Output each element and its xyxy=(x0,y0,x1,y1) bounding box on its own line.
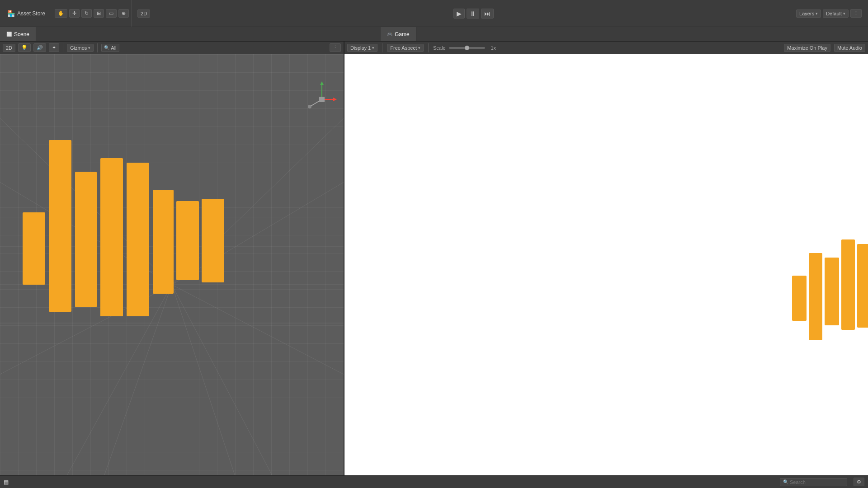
view-tools: 2D xyxy=(135,0,153,27)
all-filter: All xyxy=(111,45,116,51)
sep-game-2 xyxy=(428,43,429,52)
scene-gizmo[interactable] xyxy=(305,81,339,122)
svg-rect-19 xyxy=(153,190,174,294)
svg-marker-24 xyxy=(320,81,324,85)
svg-marker-26 xyxy=(333,98,337,101)
scene-fx-btn[interactable]: ✦ xyxy=(49,43,59,52)
mute-label: Mute Audio xyxy=(837,45,862,51)
scale-slider[interactable] xyxy=(449,47,485,49)
layout-dropdown[interactable]: Default xyxy=(823,9,849,18)
play-button[interactable]: ▶ xyxy=(453,9,465,19)
maximize-btn[interactable]: Maximize On Play xyxy=(784,44,830,52)
display-dropdown[interactable]: Display 1 xyxy=(347,44,377,52)
scale-label: Scale xyxy=(433,45,446,51)
gizmos-dropdown[interactable]: Gizmos xyxy=(67,44,94,52)
aspect-dropdown[interactable]: Free Aspect xyxy=(387,44,424,52)
svg-rect-34 xyxy=(857,244,868,328)
play-controls: ▶ ⏸ ⏭ xyxy=(156,0,791,27)
svg-rect-20 xyxy=(176,201,199,280)
svg-rect-14 xyxy=(23,212,45,285)
scene-audio-btn[interactable]: 🔊 xyxy=(33,43,46,52)
scale-thumb[interactable] xyxy=(465,46,469,50)
svg-rect-18 xyxy=(127,163,149,316)
pause-button[interactable]: ⏸ xyxy=(467,9,479,19)
scene-view: 2D 💡 🔊 ✦ Gizmos 🔍 All ⋮ xyxy=(0,42,344,488)
rotate-tool[interactable]: ↻ xyxy=(81,9,92,18)
search-icon: 🔍 xyxy=(783,479,788,484)
step-button[interactable]: ⏭ xyxy=(481,9,494,19)
store-icon: 🏪 xyxy=(7,10,15,17)
top-toolbar: 🏪 Asset Store ✋ ✛ ↻ ⊞ ▭ ⊕ 2D ▶ ⏸ ⏭ Layer… xyxy=(0,0,868,27)
sep-game-1 xyxy=(382,43,382,52)
hand-tool[interactable]: ✋ xyxy=(55,9,67,18)
svg-rect-16 xyxy=(75,172,97,307)
bottom-bar: ▤ 🔍 ⚙ xyxy=(0,475,868,488)
right-tools: Layers Default ⋮ xyxy=(793,0,864,27)
game-tab-label: Game xyxy=(395,31,410,38)
svg-rect-17 xyxy=(100,158,123,316)
layers-dropdown[interactable]: Layers xyxy=(796,9,821,18)
scene-bars xyxy=(23,136,249,316)
mute-btn[interactable]: Mute Audio xyxy=(834,44,865,52)
scale-value: 1x xyxy=(491,45,496,51)
scene-toolbar: 2D 💡 🔊 ✦ Gizmos 🔍 All ⋮ xyxy=(0,42,344,54)
svg-point-28 xyxy=(308,105,311,108)
svg-rect-31 xyxy=(809,253,822,325)
scene-lighting-btn[interactable]: 💡 xyxy=(18,43,31,52)
settings-icon-btn[interactable]: ⚙ xyxy=(854,478,864,486)
2d-toggle[interactable]: 2D xyxy=(137,9,150,18)
gizmos-label: Gizmos xyxy=(70,45,87,51)
game-bars xyxy=(792,226,868,343)
svg-rect-30 xyxy=(792,276,807,321)
move-tool[interactable]: ✛ xyxy=(69,9,80,18)
main-layout: 2D 💡 🔊 ✦ Gizmos 🔍 All ⋮ xyxy=(0,42,868,488)
game-toolbar: Display 1 Free Aspect Scale 1x Maximize … xyxy=(344,42,868,54)
aspect-label: Free Aspect xyxy=(390,45,417,51)
gizmo-widget[interactable] xyxy=(305,81,339,117)
game-view: Display 1 Free Aspect Scale 1x Maximize … xyxy=(344,42,868,488)
transform-tools: ✋ ✛ ↻ ⊞ ▭ ⊕ xyxy=(52,0,132,27)
game-canvas xyxy=(344,54,868,488)
console-icon: ▤ xyxy=(4,479,9,485)
asset-store-label: Asset Store xyxy=(17,10,45,17)
rect-tool[interactable]: ▭ xyxy=(106,9,117,18)
scene-tab-label: Scene xyxy=(14,31,29,38)
scene-more-btn[interactable]: ⋮ xyxy=(330,43,341,52)
asset-store-button[interactable]: 🏪 Asset Store xyxy=(4,8,49,19)
sep2 xyxy=(97,43,98,52)
bottom-search-input[interactable] xyxy=(790,479,844,485)
game-tab[interactable]: 🎮 Game xyxy=(381,27,416,41)
svg-rect-29 xyxy=(319,97,325,102)
game-tab-icon: 🎮 xyxy=(387,32,392,37)
svg-rect-32 xyxy=(825,258,839,325)
scale-tool[interactable]: ⊞ xyxy=(94,9,104,18)
scene-tab[interactable]: ⬜ Scene xyxy=(0,27,36,41)
maximize-label: Maximize On Play xyxy=(787,45,827,51)
scene-tab-icon: ⬜ xyxy=(6,32,12,37)
transform-tool[interactable]: ⊕ xyxy=(118,9,129,18)
svg-rect-15 xyxy=(49,140,71,312)
display-label: Display 1 xyxy=(350,45,371,51)
more-button[interactable]: ⋮ xyxy=(850,9,862,18)
scene-2d-btn[interactable]: 2D xyxy=(3,44,15,52)
sep1 xyxy=(63,43,63,52)
scene-canvas: ⊲ Persp xyxy=(0,54,344,488)
svg-rect-21 xyxy=(202,199,224,282)
svg-rect-33 xyxy=(841,239,855,330)
svg-rect-39 xyxy=(809,324,822,340)
